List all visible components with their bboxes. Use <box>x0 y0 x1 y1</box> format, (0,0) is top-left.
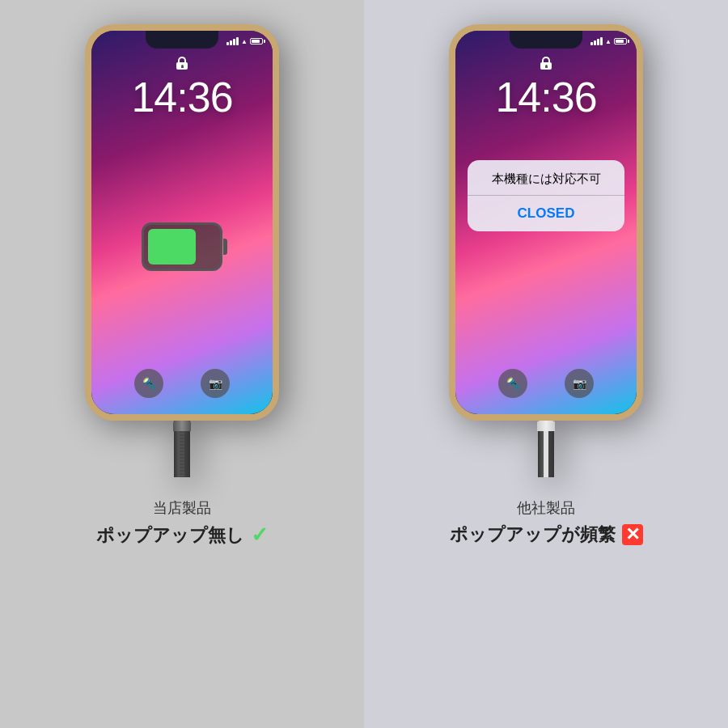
left-status-bar: ▲ <box>91 34 273 49</box>
right-caption-product: 他社製品 <box>450 498 643 518</box>
left-cable-body <box>180 431 184 477</box>
right-flashlight-icon: 🔦 <box>498 369 527 398</box>
left-cable-wrapper <box>85 421 279 485</box>
right-caption-main: ポップアップが頻繁 ✕ <box>450 523 643 547</box>
left-phone-wrapper: ▲ 14:36 <box>85 24 279 485</box>
right-status-right: ▲ <box>590 37 627 45</box>
right-wifi-icon: ▲ <box>605 38 612 45</box>
right-caption: 他社製品 ポップアップが頻繁 ✕ <box>442 498 651 547</box>
right-time-display: 14:36 <box>495 73 596 121</box>
left-caption-product: 当店製品 <box>96 498 269 518</box>
right-battery-icon <box>614 38 627 44</box>
left-status-right: ▲ <box>226 37 263 45</box>
right-vol-down-button <box>449 152 451 184</box>
left-signal <box>226 37 239 45</box>
right-screen-bg: ▲ 14:36 <box>455 31 637 414</box>
left-lock-keyhole <box>181 65 184 68</box>
left-screen-bg: ▲ 14:36 <box>91 31 273 414</box>
left-cable <box>174 421 190 477</box>
right-signal <box>590 37 603 45</box>
right-power-button <box>641 95 643 128</box>
right-battery-fill <box>616 40 624 43</box>
left-battery-charge-fill <box>148 229 196 265</box>
signal-bar-3 <box>233 39 235 45</box>
right-cable-connector <box>537 421 555 431</box>
r-signal-bar-1 <box>590 42 593 45</box>
left-phone: ▲ 14:36 <box>85 24 279 421</box>
left-phone-screen: ▲ 14:36 <box>91 31 273 414</box>
alert-dialog: 本機種には対応不可 CLOSED <box>468 160 624 231</box>
right-phone-wrapper: ▲ 14:36 <box>449 24 643 485</box>
right-cable <box>538 421 554 477</box>
right-lock-shackle <box>542 57 550 62</box>
left-bottom-icons: 🔦 📷 <box>91 369 273 398</box>
r-signal-bar-2 <box>594 40 596 45</box>
left-cable-connector <box>173 421 191 431</box>
left-lock-shackle <box>178 57 186 62</box>
right-lock-body <box>540 62 552 70</box>
left-lock-icon <box>175 57 189 70</box>
left-power-button <box>277 95 279 128</box>
right-camera-icon: 📷 <box>565 369 594 398</box>
r-signal-bar-4 <box>600 37 603 45</box>
left-caption: 当店製品 ポップアップ無し ✓ <box>88 498 277 548</box>
signal-bar-2 <box>230 40 232 45</box>
signal-bar-4 <box>236 37 239 45</box>
left-vol-down-button <box>85 152 87 184</box>
right-caption-text: ポップアップが頻繁 <box>450 523 616 547</box>
signal-bar-1 <box>226 42 229 45</box>
alert-message: 本機種には対応不可 <box>468 160 624 196</box>
left-caption-main: ポップアップ無し ✓ <box>96 523 269 548</box>
left-battery-fill <box>252 40 260 43</box>
left-camera-icon: 📷 <box>201 369 230 398</box>
left-vol-up-button <box>85 116 87 148</box>
left-battery-charge <box>142 222 222 271</box>
cross-mark-icon: ✕ <box>622 524 643 545</box>
left-mute-button <box>85 87 87 108</box>
left-caption-text: ポップアップ無し <box>96 523 244 548</box>
right-cable-wrapper <box>449 421 643 485</box>
right-lock-keyhole <box>545 65 548 68</box>
check-mark-icon: ✓ <box>251 523 269 548</box>
left-wifi-icon: ▲ <box>241 38 248 45</box>
right-bottom-icons: 🔦 📷 <box>455 369 637 398</box>
right-lock-icon <box>539 57 553 70</box>
right-phone: ▲ 14:36 <box>449 24 643 421</box>
left-flashlight-icon: 🔦 <box>134 369 163 398</box>
left-panel: ▲ 14:36 <box>0 0 364 728</box>
alert-closed-button[interactable]: CLOSED <box>468 196 624 231</box>
r-signal-bar-3 <box>597 39 599 45</box>
left-lock-body <box>176 62 188 70</box>
right-status-bar: ▲ <box>455 34 637 49</box>
left-time-display: 14:36 <box>131 73 232 121</box>
right-cable-body <box>544 431 548 477</box>
right-phone-screen: ▲ 14:36 <box>455 31 637 414</box>
right-vol-up-button <box>449 116 451 148</box>
right-mute-button <box>449 87 451 108</box>
right-panel: ▲ 14:36 <box>364 0 728 728</box>
left-battery-icon <box>250 38 263 44</box>
